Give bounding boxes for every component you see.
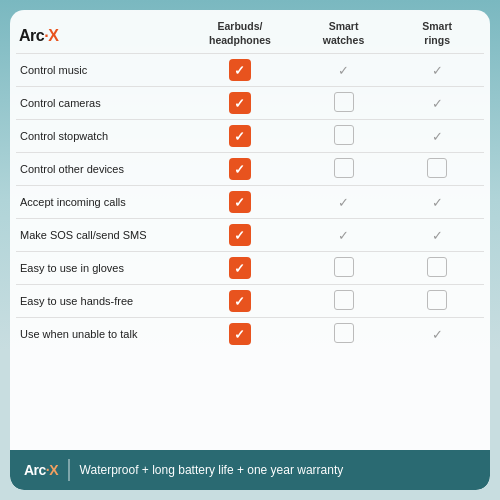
feature-label: Control other devices: [16, 153, 183, 186]
empty-box-icon: [427, 290, 447, 310]
table-row: Use when unable to talk✓✓: [16, 318, 484, 351]
cell: ✓: [390, 120, 484, 153]
table-row: Easy to use hands-free✓: [16, 285, 484, 318]
check-icon: ✓: [432, 63, 443, 78]
cell: ✓: [183, 153, 296, 186]
watches-header: Smartwatches: [297, 18, 391, 54]
main-card: Arc·X Earbuds/headphones Smartwatches Sm…: [10, 10, 490, 490]
check-icon: ✓: [432, 228, 443, 243]
table-row: Make SOS call/send SMS✓✓✓: [16, 219, 484, 252]
feature-label: Control cameras: [16, 87, 183, 120]
cell: ✓: [390, 87, 484, 120]
cell: [297, 87, 391, 120]
check-icon: ✓: [432, 327, 443, 342]
check-icon: ✓: [338, 228, 349, 243]
empty-box-icon: [334, 158, 354, 178]
cell: ✓: [183, 285, 296, 318]
cell: ✓: [183, 186, 296, 219]
orange-check-icon: ✓: [229, 323, 251, 345]
cell: ✓: [390, 54, 484, 87]
table-area: Arc·X Earbuds/headphones Smartwatches Sm…: [10, 10, 490, 450]
empty-box-icon: [427, 257, 447, 277]
empty-box-icon: [334, 92, 354, 112]
cell: [297, 120, 391, 153]
feature-label: Easy to use in gloves: [16, 252, 183, 285]
check-icon: ✓: [338, 195, 349, 210]
cell: ✓: [183, 252, 296, 285]
table-row: Control stopwatch✓✓: [16, 120, 484, 153]
cell: ✓: [183, 54, 296, 87]
cell: [297, 285, 391, 318]
check-icon: ✓: [432, 96, 443, 111]
table-row: Control other devices✓: [16, 153, 484, 186]
check-icon: ✓: [432, 129, 443, 144]
brand-header: Arc·X: [16, 18, 183, 54]
check-icon: ✓: [338, 63, 349, 78]
cell: ✓: [297, 186, 391, 219]
cell: ✓: [183, 318, 296, 351]
orange-check-icon: ✓: [229, 191, 251, 213]
orange-check-icon: ✓: [229, 257, 251, 279]
orange-check-icon: ✓: [229, 125, 251, 147]
cell: [390, 285, 484, 318]
cell: ✓: [183, 120, 296, 153]
empty-box-icon: [334, 125, 354, 145]
cell: ✓: [183, 219, 296, 252]
cell: [390, 252, 484, 285]
empty-box-icon: [334, 257, 354, 277]
check-icon: ✓: [432, 195, 443, 210]
orange-check-icon: ✓: [229, 59, 251, 81]
feature-label: Make SOS call/send SMS: [16, 219, 183, 252]
orange-check-icon: ✓: [229, 158, 251, 180]
comparison-table: Arc·X Earbuds/headphones Smartwatches Sm…: [16, 18, 484, 350]
table-row: Control cameras✓✓: [16, 87, 484, 120]
feature-label: Easy to use hands-free: [16, 285, 183, 318]
table-row: Easy to use in gloves✓: [16, 252, 484, 285]
table-row: Control music✓✓✓: [16, 54, 484, 87]
rings-header: Smartrings: [390, 18, 484, 54]
footer-brand-logo: Arc·X: [24, 462, 58, 478]
footer-bar: Arc·X Waterproof + long battery life + o…: [10, 450, 490, 490]
cell: [390, 153, 484, 186]
feature-label: Control stopwatch: [16, 120, 183, 153]
cell: [297, 318, 391, 351]
cell: ✓: [183, 87, 296, 120]
empty-box-icon: [334, 290, 354, 310]
footer-tagline: Waterproof + long battery life + one yea…: [80, 463, 344, 477]
feature-label: Use when unable to talk: [16, 318, 183, 351]
orange-check-icon: ✓: [229, 92, 251, 114]
feature-label: Accept incoming calls: [16, 186, 183, 219]
brand-logo: Arc·X: [19, 26, 180, 47]
footer-divider: [68, 459, 70, 481]
cell: ✓: [390, 219, 484, 252]
cell: ✓: [297, 54, 391, 87]
earbuds-header: Earbuds/headphones: [183, 18, 296, 54]
empty-box-icon: [334, 323, 354, 343]
orange-check-icon: ✓: [229, 290, 251, 312]
orange-check-icon: ✓: [229, 224, 251, 246]
cell: [297, 252, 391, 285]
table-row: Accept incoming calls✓✓✓: [16, 186, 484, 219]
feature-label: Control music: [16, 54, 183, 87]
empty-box-icon: [427, 158, 447, 178]
cell: ✓: [390, 318, 484, 351]
cell: ✓: [390, 186, 484, 219]
cell: [297, 153, 391, 186]
cell: ✓: [297, 219, 391, 252]
